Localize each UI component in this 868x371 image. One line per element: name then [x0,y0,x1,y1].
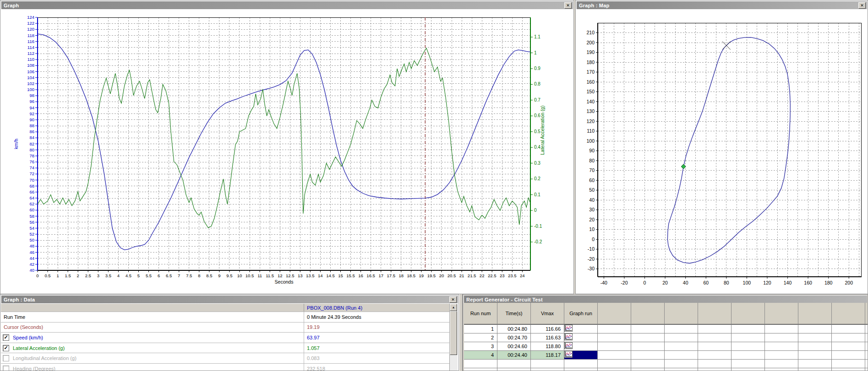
report-column-header-empty[interactable] [598,303,631,325]
report-empty-cell[interactable] [531,360,564,368]
report-empty-cell[interactable] [598,368,631,371]
run-num-cell[interactable]: 4 [464,351,497,360]
report-empty-cell[interactable] [865,325,868,333]
report-empty-cell[interactable] [832,333,865,342]
time-cell[interactable]: 00:24.70 [497,333,531,342]
channel-checkbox[interactable] [3,366,9,371]
graph-run-cell[interactable] [564,325,598,333]
report-empty-cell[interactable] [698,325,732,333]
report-empty-cell[interactable] [765,342,798,351]
report-empty-cell[interactable] [698,360,732,368]
report-column-header-empty[interactable] [832,303,865,325]
report-column-header-empty[interactable] [698,303,732,325]
report-empty-cell[interactable] [832,325,865,333]
report-empty-cell[interactable] [798,368,832,371]
report-column-header-empty[interactable] [798,303,832,325]
report-column-header-empty[interactable] [631,303,665,325]
report-empty-cell[interactable] [631,333,665,342]
vmax-cell[interactable]: 118.17 [531,351,564,360]
report-empty-cell[interactable] [631,325,665,333]
run-num-cell[interactable]: 2 [464,333,497,342]
report-empty-cell[interactable] [865,333,868,342]
channel-checkbox[interactable]: ✓ [3,345,9,351]
run-num-cell[interactable]: 3 [464,342,497,351]
time-cell[interactable]: 00:24.60 [497,342,531,351]
report-column-header-empty[interactable] [765,303,798,325]
report-empty-cell[interactable] [698,333,732,342]
report-empty-cell[interactable] [598,342,631,351]
report-empty-cell[interactable] [798,325,832,333]
report-empty-cell[interactable] [732,342,765,351]
report-empty-cell[interactable] [832,368,865,371]
report-empty-cell[interactable] [598,351,631,360]
report-empty-cell[interactable] [798,342,832,351]
report-empty-cell[interactable] [865,368,868,371]
report-empty-cell[interactable] [631,360,665,368]
time-cell[interactable]: 00:24.80 [497,325,531,333]
report-empty-cell[interactable] [732,360,765,368]
report-empty-cell[interactable] [665,333,698,342]
panel-splitter[interactable] [459,294,463,371]
vmax-cell[interactable]: 118.80 [531,342,564,351]
report-empty-cell[interactable] [798,351,832,360]
report-column-header-empty[interactable] [665,303,698,325]
report-empty-cell[interactable] [765,360,798,368]
report-empty-cell[interactable] [832,360,865,368]
report-empty-cell[interactable] [732,325,765,333]
data-panel-titlebar[interactable]: Graph : Data ✕ [1,295,458,303]
map-panel-titlebar[interactable]: Graph : Map ✕ [576,1,867,9]
report-empty-cell[interactable] [464,360,497,368]
report-empty-cell[interactable] [464,368,497,371]
channel-checkbox[interactable] [3,355,9,361]
report-empty-cell[interactable] [765,351,798,360]
report-empty-cell[interactable] [531,368,564,371]
channel-checkbox[interactable]: ✓ [3,334,9,341]
report-empty-cell[interactable] [798,360,832,368]
data-scrollbar[interactable]: ▲ [449,304,458,371]
report-empty-cell[interactable] [631,368,665,371]
report-empty-cell[interactable] [798,333,832,342]
run-num-cell[interactable]: 1 [464,325,497,333]
graph-run-cell[interactable] [564,342,598,351]
report-empty-cell[interactable] [698,368,732,371]
close-icon[interactable]: ✕ [564,2,572,9]
report-empty-cell[interactable] [865,360,868,368]
report-empty-cell[interactable] [665,368,698,371]
report-empty-cell[interactable] [497,360,531,368]
scroll-up-icon[interactable]: ▲ [450,304,457,311]
scrollbar-thumb[interactable] [450,311,457,355]
report-empty-cell[interactable] [665,325,698,333]
report-empty-cell[interactable] [698,342,732,351]
report-empty-cell[interactable] [765,325,798,333]
report-column-header-empty[interactable] [865,303,868,325]
report-empty-cell[interactable] [497,368,531,371]
report-empty-cell[interactable] [732,333,765,342]
close-icon[interactable]: ✕ [858,2,866,9]
report-empty-cell[interactable] [564,360,598,368]
run-file-header[interactable]: PBOX_008.DBN (Run 4) [304,304,449,312]
report-empty-cell[interactable] [665,360,698,368]
report-empty-cell[interactable] [631,351,665,360]
report-column-header[interactable]: Time(s) [497,303,531,325]
report-empty-cell[interactable] [865,342,868,351]
speed-lateral-chart[interactable]: 4042444648505254565860626466687072747678… [0,10,573,294]
graph-panel-titlebar[interactable]: Graph ✕ [1,1,573,9]
report-column-header[interactable]: Run num [464,303,497,325]
report-empty-cell[interactable] [732,351,765,360]
report-empty-cell[interactable] [564,368,598,371]
report-column-header-empty[interactable] [732,303,765,325]
vmax-cell[interactable]: 116.66 [531,325,564,333]
report-empty-cell[interactable] [765,368,798,371]
graph-run-cell[interactable] [564,333,598,342]
close-icon[interactable]: ✕ [449,296,457,303]
report-panel-titlebar[interactable]: Report Generator - Circuit Test [464,295,867,303]
report-empty-cell[interactable] [698,351,732,360]
report-empty-cell[interactable] [598,325,631,333]
report-column-header[interactable]: Vmax [531,303,564,325]
report-column-header[interactable]: Graph run [564,303,598,325]
vmax-cell[interactable]: 116.63 [531,333,564,342]
report-empty-cell[interactable] [598,360,631,368]
report-empty-cell[interactable] [865,351,868,360]
report-empty-cell[interactable] [665,342,698,351]
report-empty-cell[interactable] [631,342,665,351]
